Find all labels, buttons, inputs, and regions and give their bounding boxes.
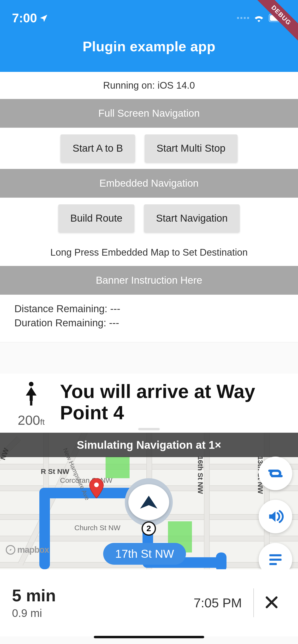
mapbox-logo: mapbox bbox=[6, 545, 49, 555]
mapbox-text: mapbox bbox=[17, 545, 49, 555]
stats-row: Distance Remaining: --- Duration Remaini… bbox=[0, 295, 298, 342]
duration-remaining-label: Duration Remaining: --- bbox=[14, 316, 284, 330]
simulation-banner: Simulating Navigation at 1× bbox=[0, 433, 298, 457]
street-label: Corcoran St NW bbox=[60, 476, 112, 484]
svg-point-5 bbox=[94, 482, 99, 487]
wifi-icon bbox=[253, 14, 264, 22]
spacer bbox=[0, 342, 298, 374]
svg-rect-8 bbox=[269, 563, 277, 565]
arrival-message: You will arrive at Way Point 4 bbox=[60, 381, 288, 424]
street-label: Church St NW bbox=[74, 524, 120, 532]
svg-rect-6 bbox=[269, 554, 282, 556]
volume-button[interactable] bbox=[259, 500, 292, 533]
svg-rect-7 bbox=[269, 558, 282, 560]
current-street-chip: 17th St NW bbox=[103, 543, 186, 565]
destination-pin-icon bbox=[89, 478, 104, 499]
status-bar: 7:00 bbox=[0, 0, 298, 29]
drag-handle[interactable] bbox=[138, 428, 160, 430]
section-fullscreen-header: Full Screen Navigation bbox=[0, 99, 298, 128]
arrival-banner[interactable]: 200ft You will arrive at Way Point 4 bbox=[0, 374, 298, 433]
street-label: 16th St NW bbox=[196, 456, 204, 494]
embedded-map[interactable]: R St NW Corcoran St NW Church St NW New … bbox=[0, 433, 298, 569]
section-embedded-header: Embedded Navigation bbox=[0, 169, 298, 198]
app-header: 7:00 Plugin example app DEBUG bbox=[0, 0, 298, 72]
arrival-distance-unit: ft bbox=[40, 417, 45, 426]
bottom-bar: 5 min 0.9 mi 7:05 PM bbox=[0, 569, 298, 636]
distance-remaining-label: Distance Remaining: --- bbox=[14, 302, 284, 316]
embedded-button-row: Build Route Start Navigation bbox=[0, 198, 298, 239]
signal-icon bbox=[237, 17, 249, 19]
status-time: 7:00 bbox=[12, 11, 48, 25]
home-indicator bbox=[94, 636, 204, 638]
mapbox-icon bbox=[6, 545, 15, 555]
waypoint-badge: 2 bbox=[141, 521, 156, 536]
route-line bbox=[216, 552, 226, 569]
arrival-distance-value: 200 bbox=[18, 412, 40, 428]
svg-rect-4 bbox=[30, 401, 32, 406]
start-a-to-b-button[interactable]: Start A to B bbox=[60, 134, 135, 162]
divider bbox=[253, 588, 254, 617]
running-on-label: Running on: iOS 14.0 bbox=[0, 72, 298, 99]
trip-distance-label: 0.9 mi bbox=[12, 606, 194, 620]
build-route-button[interactable]: Build Route bbox=[58, 204, 134, 232]
clock-text: 7:00 bbox=[12, 11, 37, 25]
close-icon bbox=[265, 595, 278, 610]
svg-point-3 bbox=[29, 382, 33, 386]
park bbox=[106, 457, 129, 478]
street-label: R St NW bbox=[41, 468, 69, 476]
page-title: Plugin example app bbox=[0, 38, 298, 54]
arrival-distance: 200ft bbox=[18, 412, 45, 428]
arrival-time-label: 7:05 PM bbox=[194, 595, 252, 610]
arrival-left: 200ft bbox=[10, 381, 53, 428]
embedded-hint: Long Press Embedded Map to Set Destinati… bbox=[0, 239, 298, 266]
fullscreen-button-row: Start A to B Start Multi Stop bbox=[0, 128, 298, 169]
start-navigation-button[interactable]: Start Navigation bbox=[144, 204, 240, 232]
section-banner-header: Banner Instruction Here bbox=[0, 266, 298, 295]
eta-label: 5 min bbox=[12, 586, 194, 605]
location-icon bbox=[39, 14, 48, 22]
start-multi-stop-button[interactable]: Start Multi Stop bbox=[145, 134, 238, 162]
location-puck bbox=[128, 484, 169, 520]
close-navigation-button[interactable] bbox=[257, 595, 286, 610]
alternate-route-button[interactable] bbox=[259, 457, 292, 490]
list-button[interactable] bbox=[259, 543, 292, 569]
bottom-eta-block: 5 min 0.9 mi bbox=[12, 586, 194, 620]
route-line bbox=[39, 488, 50, 569]
arrive-icon bbox=[24, 382, 39, 406]
